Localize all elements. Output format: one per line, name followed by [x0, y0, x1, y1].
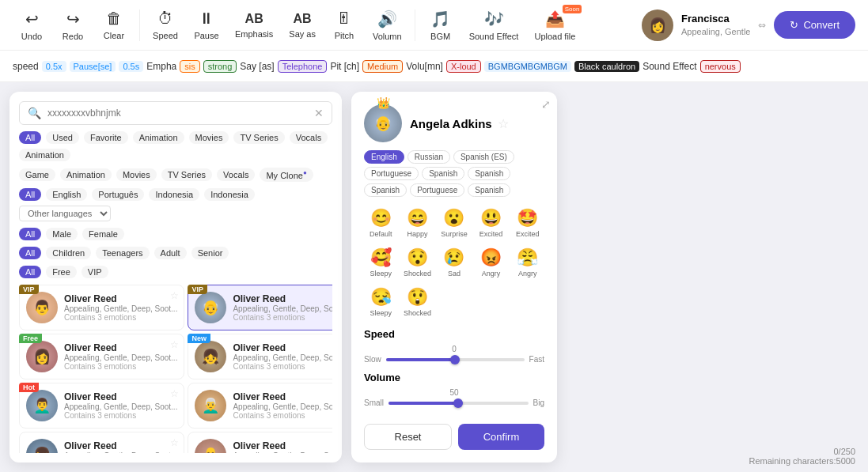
price-all-btn[interactable]: All	[19, 266, 41, 278]
cat-tvseries2-btn[interactable]: TV Series	[161, 168, 212, 181]
emotion-sleepy1[interactable]: 🥰 Sleepy	[364, 244, 397, 281]
lang-english-btn[interactable]: English	[46, 188, 87, 201]
emotion-excited2[interactable]: 🤩 Excited	[511, 205, 544, 241]
star-icon-1[interactable]: ☆	[170, 290, 179, 301]
voice-avatar-2: 👴	[195, 292, 226, 323]
voice-card-2[interactable]: VIP 👴 Oliver Reed Appealing, Gentle, Dee…	[188, 285, 332, 330]
sayas-button[interactable]: AB Say as	[282, 9, 322, 42]
speed-value-chip[interactable]: 0.5x	[42, 61, 66, 72]
star-icon-5[interactable]: ☆	[170, 388, 179, 399]
lang-tag-spanish2[interactable]: Spanish	[468, 167, 510, 180]
volume-slider[interactable]	[389, 402, 529, 405]
strong-chip[interactable]: strong	[203, 60, 237, 73]
cat-movies2-btn[interactable]: Movies	[116, 168, 157, 181]
age-children-btn[interactable]: Children	[46, 247, 91, 259]
voice-card-7[interactable]: 👦 Oliver Reed Appealing, Gentle, Deep, S…	[19, 432, 184, 453]
lang-indonesia2-btn[interactable]: Indonesia	[204, 188, 255, 201]
search-clear-icon[interactable]: ✕	[314, 107, 324, 119]
emotion-shocked2[interactable]: 😲 Shocked	[400, 284, 434, 320]
cat-used-btn[interactable]: Used	[46, 131, 79, 144]
reset-button[interactable]: Reset	[364, 424, 452, 450]
emphasis-button[interactable]: AB Emphasis	[229, 9, 279, 42]
volume-thumb[interactable]	[453, 398, 463, 408]
cat-animation2-btn[interactable]: Animation	[19, 149, 70, 161]
price-free-btn[interactable]: Free	[46, 266, 77, 278]
voice-card-4[interactable]: New 👧 Oliver Reed Appealing, Gentle, Dee…	[188, 334, 332, 379]
gender-male-btn[interactable]: Male	[46, 228, 78, 240]
undo-button[interactable]: ↩ Undo	[13, 6, 51, 44]
voice-card-6[interactable]: 👨‍🦳 Oliver Reed Appealing, Gentle, Deep,…	[188, 383, 332, 429]
cat-animation-btn[interactable]: Animation	[133, 131, 184, 144]
bgm-button[interactable]: 🎵 BGM	[422, 6, 460, 44]
emotion-surprise[interactable]: 😮 Surprise	[438, 205, 471, 241]
pause-chip[interactable]: Pause[se]	[70, 61, 116, 72]
cat-animation3-btn[interactable]: Animation	[60, 168, 112, 181]
emotion-shocked1[interactable]: 😯 Shocked	[400, 244, 434, 281]
emotion-sleepy2[interactable]: 😪 Sleepy	[364, 284, 397, 320]
age-all-btn[interactable]: All	[19, 247, 41, 259]
emphasis-chip[interactable]: sis	[180, 60, 199, 73]
cat-vocals2-btn[interactable]: Vocals	[217, 168, 255, 181]
cat-all-btn[interactable]: All	[19, 131, 41, 144]
lang-tag-spanish-es[interactable]: Spanish (ES)	[453, 150, 514, 164]
lang-all-btn[interactable]: All	[19, 188, 41, 201]
lang-tag-spanish4[interactable]: Spanish	[468, 183, 510, 197]
cat-myclone-btn[interactable]: My Clone●	[260, 168, 313, 182]
pitch-button[interactable]: 🎚 Pitch	[325, 6, 363, 43]
emotion-default[interactable]: 😊 Default	[364, 205, 397, 241]
speed-thumb[interactable]	[450, 355, 460, 364]
soundeffect-button[interactable]: 🎶 Sound Effect	[463, 6, 525, 44]
voice-card-5[interactable]: Hot 👨‍🦱 Oliver Reed Appealing, Gentle, D…	[19, 383, 184, 429]
age-teenagers-btn[interactable]: Teenagers	[96, 247, 149, 259]
xloud-chip[interactable]: X-loud	[446, 60, 481, 73]
pause-button[interactable]: ⏸ Pause	[188, 6, 226, 43]
emotion-excited1[interactable]: 😃 Excited	[474, 205, 507, 241]
cat-game-btn[interactable]: Game	[19, 168, 55, 181]
medium-chip[interactable]: Medium	[362, 60, 403, 73]
age-senior-btn[interactable]: Senior	[191, 247, 229, 259]
nervous-chip[interactable]: nervous	[700, 60, 741, 73]
emotion-angry2[interactable]: 😤 Angry	[511, 244, 544, 281]
speed-slider[interactable]	[386, 358, 525, 361]
emotion-angry1[interactable]: 😡 Angry	[474, 244, 507, 281]
star-icon-7[interactable]: ☆	[170, 437, 179, 448]
search-input[interactable]	[47, 108, 308, 119]
cat-vocals-btn[interactable]: Vocals	[290, 131, 328, 144]
lang-tag-portuguese[interactable]: Portuguese	[364, 167, 419, 180]
upload-button[interactable]: Soon 📤 Upload file	[528, 6, 582, 44]
lang-tag-portuguese2[interactable]: Portuguese	[410, 183, 464, 197]
redo-button[interactable]: ↪ Redo	[54, 6, 92, 44]
confirm-button[interactable]: Confirm	[458, 424, 544, 450]
lang-tag-russian[interactable]: Russian	[407, 150, 450, 164]
volume-button[interactable]: 🔊 Volumn	[366, 6, 408, 44]
language-dropdown[interactable]: Other languages	[19, 206, 111, 221]
speed-button[interactable]: ⏱ Speed	[146, 6, 184, 43]
convert-button[interactable]: ↻ Convert	[774, 11, 855, 39]
lang-tag-english[interactable]: English	[364, 150, 404, 164]
lang-tag-spanish1[interactable]: Spanish	[422, 167, 464, 180]
pause-value-chip[interactable]: 0.5s	[119, 61, 143, 72]
lang-tag-spanish3[interactable]: Spanish	[364, 183, 407, 197]
favorite-star-button[interactable]: ☆	[498, 117, 509, 130]
emotion-happy[interactable]: 😄 Happy	[400, 205, 434, 241]
clear-button[interactable]: 🗑 Clear	[95, 6, 133, 43]
cat-movies-btn[interactable]: Movies	[189, 131, 229, 144]
gender-all-btn[interactable]: All	[19, 228, 41, 240]
blackcauldron-chip[interactable]: Black cauldron	[574, 61, 639, 72]
price-vip-btn[interactable]: VIP	[81, 266, 108, 278]
voice-card-3[interactable]: Free 👩 Oliver Reed Appealing, Gentle, De…	[19, 334, 184, 379]
star-icon-3[interactable]: ☆	[170, 339, 179, 350]
age-adult-btn[interactable]: Adult	[154, 247, 187, 259]
cat-tvseries-btn[interactable]: TV Series	[233, 131, 284, 144]
telephone-chip[interactable]: Telephone	[278, 60, 328, 73]
voice-card-1[interactable]: VIP 👨 Oliver Reed Appealing, Gentle, Dee…	[19, 285, 184, 330]
lang-portuguese-btn[interactable]: Português	[92, 188, 144, 201]
bgm-chip[interactable]: BGMBGMBGMBGM	[484, 61, 571, 72]
user-avatar[interactable]: 👩	[642, 9, 673, 41]
cat-favorite-btn[interactable]: Favorite	[84, 131, 128, 144]
voice-card-8[interactable]: 👨‍🦲 Oliver Reed Appealing, Gentle, Deep,…	[188, 432, 332, 453]
gender-female-btn[interactable]: Female	[82, 228, 124, 240]
lang-indonesia-btn[interactable]: Indonesia	[149, 188, 199, 201]
emotion-sad[interactable]: 😢 Sad	[438, 244, 471, 281]
panel-close-button[interactable]: ⤢	[541, 98, 551, 111]
